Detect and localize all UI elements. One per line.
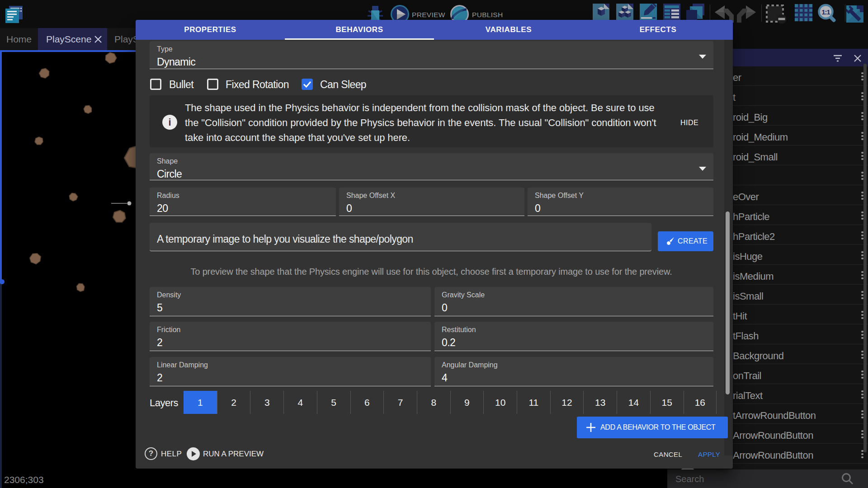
- svg-text:1:1: 1:1: [822, 9, 830, 16]
